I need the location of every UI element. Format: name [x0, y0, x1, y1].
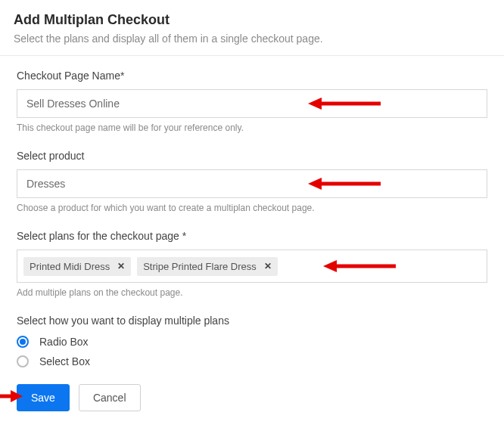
- plans-input-wrap: Printed Midi Dress ✕ Stripe Printed Flar…: [17, 250, 487, 283]
- radio-selectbox[interactable]: [17, 355, 29, 367]
- radio-radiobox-label: Radio Box: [39, 336, 89, 348]
- plans-tags-box[interactable]: Printed Midi Dress ✕ Stripe Printed Flar…: [17, 250, 487, 283]
- name-input[interactable]: [17, 89, 487, 118]
- remove-tag-icon[interactable]: ✕: [117, 261, 125, 271]
- radio-row-selectbox[interactable]: Select Box: [17, 355, 487, 367]
- save-button[interactable]: Save: [17, 384, 70, 411]
- radio-row-radiobox[interactable]: Radio Box: [17, 336, 487, 348]
- plan-tag: Stripe Printed Flare Dress ✕: [137, 257, 278, 276]
- display-radio-group: Radio Box Select Box: [17, 336, 487, 367]
- plan-tag-label: Stripe Printed Flare Dress: [143, 261, 257, 272]
- name-label: Checkout Page Name*: [17, 70, 487, 82]
- plans-helper: Add multiple plans on the checkout page.: [17, 287, 487, 298]
- name-input-wrap: [17, 89, 487, 118]
- product-input-wrap: [17, 169, 487, 198]
- remove-tag-icon[interactable]: ✕: [264, 261, 272, 271]
- radio-selectbox-label: Select Box: [39, 355, 90, 367]
- display-label: Select how you want to display multiple …: [17, 315, 487, 327]
- page-header: Add Multiplan Checkout Select the plans …: [0, 0, 504, 56]
- radio-radiobox[interactable]: [17, 336, 29, 348]
- name-helper: This checkout page name will be for your…: [17, 122, 487, 133]
- buttons-row: Save Cancel: [17, 384, 487, 411]
- product-label: Select product: [17, 150, 487, 162]
- page-title: Add Multiplan Checkout: [14, 12, 490, 28]
- product-helper: Choose a product for which you want to c…: [17, 203, 487, 213]
- plan-tag-label: Printed Midi Dress: [30, 261, 110, 272]
- product-input[interactable]: [17, 169, 487, 198]
- form: Checkout Page Name* This checkout page n…: [0, 56, 504, 426]
- plan-tag: Printed Midi Dress ✕: [23, 257, 131, 276]
- page-subtitle: Select the plans and display all of them…: [14, 33, 490, 45]
- plans-label: Select plans for the checkout page *: [17, 230, 487, 242]
- cancel-button[interactable]: Cancel: [79, 384, 141, 411]
